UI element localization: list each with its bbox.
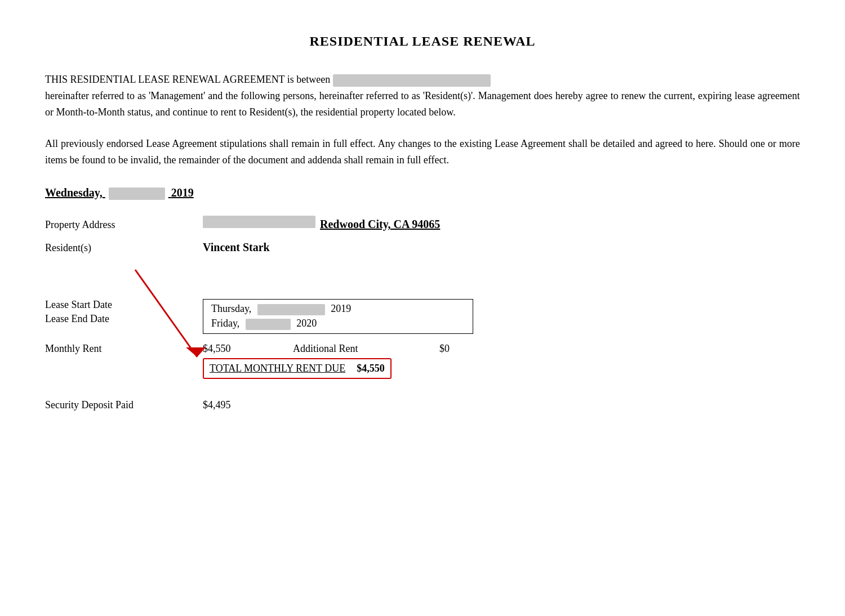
- intro-text-part2: hereinafter referred to as 'Management' …: [45, 90, 800, 118]
- property-address-value: Redwood City, CA 94065: [203, 216, 440, 231]
- date-line: Wednesday, 2019: [45, 186, 800, 200]
- security-deposit-label: Security Deposit Paid: [45, 399, 203, 411]
- total-monthly-rent-amount: $4,550: [357, 363, 385, 374]
- lease-end-value: Friday, 2020: [211, 318, 465, 330]
- additional-rent-label: Additional Rent: [293, 343, 439, 355]
- security-deposit-amount: $4,495: [203, 399, 231, 411]
- residents-label: Resident(s): [45, 242, 203, 254]
- lease-end-date-redacted: [246, 319, 291, 330]
- date-month-redacted: [109, 188, 165, 200]
- svg-line-0: [135, 270, 197, 357]
- date-year: 2019: [171, 186, 194, 199]
- lease-start-value: Thursday, 2019: [211, 303, 465, 315]
- intro-paragraph: THIS RESIDENTIAL LEASE RENEWAL AGREEMENT…: [45, 72, 800, 120]
- date-label: Wednesday,: [45, 186, 103, 199]
- document-page: RESIDENTIAL LEASE RENEWAL THIS RESIDENTI…: [0, 0, 845, 616]
- second-paragraph: All previously endorsed Lease Agreement …: [45, 136, 800, 168]
- total-monthly-rent-row: TOTAL MONTHLY RENT DUE $4,550: [203, 358, 392, 379]
- lease-start-year: 2019: [331, 303, 351, 314]
- property-address-label: Property Address: [45, 219, 203, 231]
- svg-marker-1: [186, 347, 206, 357]
- intro-text-part1: THIS RESIDENTIAL LEASE RENEWAL AGREEMENT…: [45, 74, 330, 85]
- document-title: RESIDENTIAL LEASE RENEWAL: [45, 34, 800, 49]
- lease-start-date-redacted: [257, 304, 325, 315]
- additional-rent-amount: $0: [439, 343, 450, 355]
- security-deposit-row: Security Deposit Paid $4,495: [45, 399, 800, 411]
- management-name-redacted: [333, 74, 491, 87]
- total-monthly-rent-label: TOTAL MONTHLY RENT DUE: [210, 363, 345, 374]
- property-address-row: Property Address Redwood City, CA 94065: [45, 216, 800, 231]
- residents-row: Resident(s) Vincent Stark: [45, 241, 800, 254]
- lease-end-year: 2020: [296, 318, 317, 329]
- resident-name: Vincent Stark: [203, 241, 270, 254]
- arrow-icon: [124, 264, 225, 377]
- street-address-redacted: [203, 216, 315, 228]
- city-state-zip: Redwood City, CA 94065: [320, 218, 440, 231]
- lease-dates-box: Thursday, 2019 Friday, 2020: [203, 299, 473, 334]
